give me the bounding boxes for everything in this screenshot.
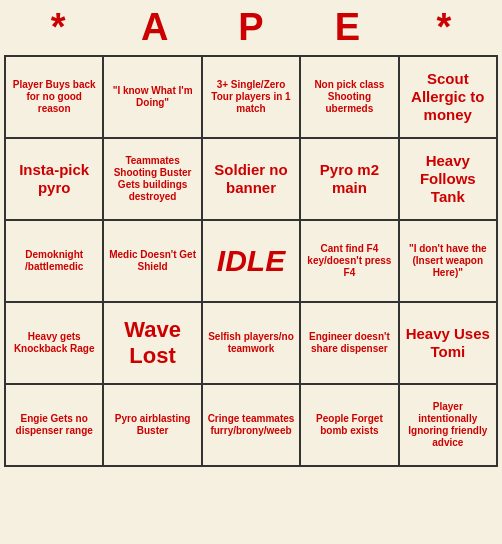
table-row[interactable]: Cant find F4 key/doesn't press F4 xyxy=(301,221,399,303)
table-row[interactable]: Player Buys back for no good reason xyxy=(6,57,104,139)
table-row[interactable]: Scout Allergic to money xyxy=(400,57,498,139)
header-col5: * xyxy=(396,6,492,49)
table-row[interactable]: "I don't have the (Insert weapon Here)" xyxy=(400,221,498,303)
header-col3: P xyxy=(203,6,299,49)
table-row[interactable]: Wave Lost xyxy=(104,303,202,385)
table-row[interactable]: Insta-pick pyro xyxy=(6,139,104,221)
table-row[interactable]: IDLE xyxy=(203,221,301,303)
table-row[interactable]: Pyro m2 main xyxy=(301,139,399,221)
table-row[interactable]: Engineer doesn't share dispenser xyxy=(301,303,399,385)
header-col1: * xyxy=(10,6,106,49)
bingo-card: * A P E * Player Buys back for no good r… xyxy=(0,0,502,471)
table-row[interactable]: Engie Gets no dispenser range xyxy=(6,385,104,467)
table-row[interactable]: Pyro airblasting Buster xyxy=(104,385,202,467)
table-row[interactable]: Demoknight /battlemedic xyxy=(6,221,104,303)
table-row[interactable]: Soldier no banner xyxy=(203,139,301,221)
header-col4: E xyxy=(299,6,395,49)
table-row[interactable]: Player intentionally Ignoring friendly a… xyxy=(400,385,498,467)
bingo-grid: Player Buys back for no good reason"I kn… xyxy=(4,55,498,467)
table-row[interactable]: Cringe teammates furry/brony/weeb xyxy=(203,385,301,467)
table-row[interactable]: Heavy Uses Tomi xyxy=(400,303,498,385)
header-col2: A xyxy=(106,6,202,49)
table-row[interactable]: Heavy Follows Tank xyxy=(400,139,498,221)
table-row[interactable]: 3+ Single/Zero Tour players in 1 match xyxy=(203,57,301,139)
table-row[interactable]: Selfish players/no teamwork xyxy=(203,303,301,385)
header-row: * A P E * xyxy=(0,0,502,55)
table-row[interactable]: Teammates Shooting Buster Gets buildings… xyxy=(104,139,202,221)
table-row[interactable]: Medic Doesn't Get Shield xyxy=(104,221,202,303)
table-row[interactable]: Non pick class Shooting ubermeds xyxy=(301,57,399,139)
table-row[interactable]: Heavy gets Knockback Rage xyxy=(6,303,104,385)
table-row[interactable]: People Forget bomb exists xyxy=(301,385,399,467)
table-row[interactable]: "I know What I'm Doing" xyxy=(104,57,202,139)
